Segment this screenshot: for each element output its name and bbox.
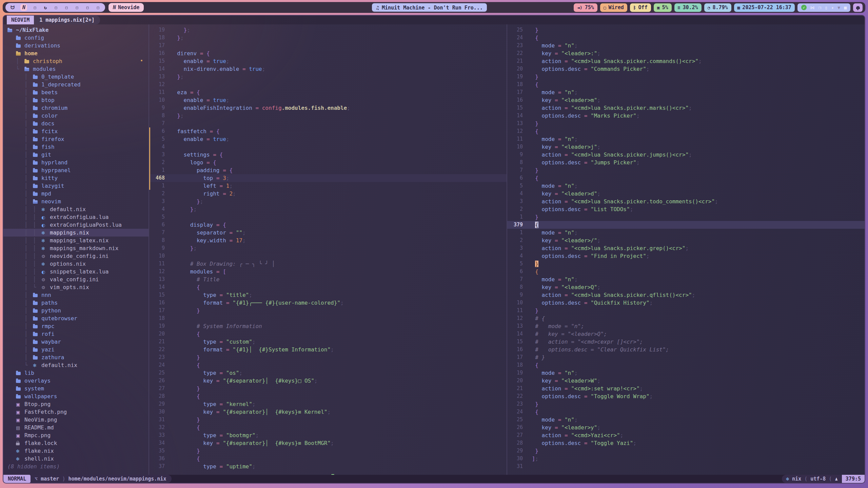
code-line[interactable]: 16 format = "{#1}╭─── {#}{user-name-colo… (149, 299, 507, 307)
code-line[interactable]: 15 # action = "<cmd>cexpr []<cr>"; (507, 338, 865, 346)
code-line[interactable]: 1 left = 1; (149, 182, 507, 190)
code-line[interactable]: 2 key = "<leader>/"; (507, 237, 865, 244)
tree-item[interactable]: ││⚙vale_config.ini (3, 276, 149, 283)
clock-indicator[interactable]: ▦2025-07-22 16:37 (734, 3, 795, 12)
code-line[interactable]: 29 type = "kernel"; (149, 400, 507, 408)
code-line[interactable]: 11 eza = { (149, 88, 507, 96)
tree-item[interactable]: │firefox (3, 135, 149, 143)
code-line[interactable]: 22 format = "{#1}│ {#}System Information… (149, 346, 507, 353)
code-line[interactable]: 31 } (149, 416, 507, 424)
code-line[interactable]: 4 (149, 143, 507, 151)
tree-item[interactable]: │beets (3, 88, 149, 96)
tree-item[interactable]: └modules (3, 65, 149, 73)
tree-item[interactable]: │git (3, 151, 149, 159)
code-line[interactable]: 24 { (507, 408, 865, 416)
code-line[interactable]: 21 action = "<cmd>:set wrap!<cr>"; (507, 385, 865, 392)
code-line[interactable]: 32 { (149, 424, 507, 431)
code-line[interactable]: 3 }; (149, 198, 507, 205)
code-line[interactable]: 22 options.desc = "Toggle Word Wrap"; (507, 392, 865, 400)
neovim-icon[interactable]: N (20, 4, 27, 11)
code-line[interactable]: 35 } (149, 447, 507, 455)
code-line[interactable]: 9 action = "<cmd>lua Snacks.picker.qflis… (507, 291, 865, 299)
code-line[interactable]: 19 # System Information (149, 322, 507, 330)
tree-item[interactable]: │hyprland (3, 159, 149, 166)
tree-item[interactable]: config (3, 34, 149, 42)
code-line[interactable]: 16 key = "<leader>m"; (507, 96, 865, 104)
empty-workspace-icon[interactable]: □ (74, 4, 80, 11)
tree-item[interactable]: │waybar (3, 338, 149, 346)
code-line[interactable]: 16 # options.desc = "Clear Quickfix List… (507, 346, 865, 353)
code-line[interactable]: 10 enable = true; (149, 96, 507, 104)
memory-indicator[interactable]: ≡30.2% (674, 3, 702, 12)
code-line[interactable]: 18 }; (149, 34, 507, 42)
code-line[interactable]: 31 (507, 463, 865, 470)
code-line[interactable]: 12 # { (507, 314, 865, 322)
code-line[interactable]: 1 padding = { (149, 166, 507, 174)
code-line[interactable]: 5 mode = "n"; (507, 182, 865, 190)
code-line[interactable]: 13 # mode = "n"; (507, 322, 865, 330)
code-line[interactable]: 379 { (507, 221, 865, 229)
code-line[interactable]: 13 } (507, 120, 865, 127)
tree-item[interactable]: ││✻default.nix (3, 205, 149, 213)
code-line[interactable]: 8 key = "<leader>Q"; (507, 283, 865, 291)
tree-item[interactable]: ││✻mappings.nix (3, 229, 149, 237)
code-line[interactable]: 9 }; (149, 244, 507, 252)
tree-item[interactable]: │paths (3, 299, 149, 307)
keyboard-icon[interactable]: ▦ (844, 5, 847, 10)
tree-item[interactable]: ││✻mappings_markdown.nix (3, 244, 149, 252)
network-indicator[interactable]: ▢Wired (600, 3, 627, 12)
code-line[interactable]: 20 options.desc = "Commands Picker"; (507, 65, 865, 73)
code-line[interactable]: 5 enable = true; (149, 135, 507, 143)
code-line[interactable]: 36 { (149, 455, 507, 463)
phone-icon[interactable]: ▯ (825, 5, 828, 10)
code-line[interactable]: 28 options.desc = "Toggle Yazi"; (507, 439, 865, 447)
tree-item[interactable]: │fcitx (3, 127, 149, 135)
code-line[interactable]: 9 action = "<cmd>lua Snacks.picker.jumps… (507, 151, 865, 159)
tree-item[interactable]: │yazi (3, 346, 149, 353)
tree-item[interactable]: wallpapers (3, 392, 149, 400)
tree-item[interactable]: │neovim (3, 198, 149, 205)
code-line[interactable]: 25 mode = "n"; (507, 416, 865, 424)
bluetooth-indicator[interactable]: ᛒOff (630, 3, 651, 12)
code-line[interactable]: 30 ]; (507, 455, 865, 463)
buffer-tab[interactable]: 1 mappings.nix[2+] (34, 16, 100, 24)
code-line[interactable]: 10 key = "<leader>j"; (507, 143, 865, 151)
tree-item[interactable]: ~/NixFlake (3, 26, 149, 34)
disk-indicator[interactable]: ◔8.79% (704, 3, 731, 12)
code-line[interactable]: 8 key.width = 17; (149, 237, 507, 244)
code-line[interactable]: 7 } (507, 166, 865, 174)
code-line[interactable]: 19 } (507, 73, 865, 81)
code-line[interactable]: 13 }; (149, 73, 507, 81)
tree-item[interactable]: home (3, 49, 149, 57)
code-line[interactable]: 34 key = "{#separator}│ {#keys}≡ BootMGR… (149, 439, 507, 447)
media-player-widget[interactable]: ♫ Minuit Machine - Don't Run Fro... (372, 3, 487, 12)
code-line[interactable]: 11 } (507, 307, 865, 314)
funnel-icon[interactable]: ▼ (837, 5, 840, 10)
code-line[interactable]: 27 } (149, 385, 507, 392)
tree-item[interactable]: │btop (3, 96, 149, 104)
tree-item[interactable]: │qutebrowser (3, 314, 149, 322)
code-line[interactable]: 6 { (507, 268, 865, 276)
code-line[interactable]: 29 } (507, 447, 865, 455)
tree-item[interactable]: ✻shell.nix (3, 455, 149, 463)
tree-item[interactable]: │rofi (3, 330, 149, 338)
code-line[interactable]: 30 key = "{#separator}│ {#keys}≡ Kernel"… (149, 408, 507, 416)
code-line[interactable]: 17 mode = "n"; (507, 88, 865, 96)
code-line[interactable]: 3 action = "<cmd>lua Snacks.picker.todo_… (507, 198, 865, 205)
empty-workspace-icon[interactable]: □ (64, 4, 69, 11)
tree-item[interactable]: │docs (3, 120, 149, 127)
code-line[interactable]: 14 { (149, 283, 507, 291)
code-line[interactable]: 21 action = "<cmd>lua Snacks.picker.comm… (507, 57, 865, 65)
code-line[interactable]: 12 { (507, 127, 865, 135)
tree-item[interactable]: │mpd (3, 190, 149, 198)
code-line[interactable]: 2 right = 2; (149, 190, 507, 198)
code-line[interactable]: 18 (149, 314, 507, 322)
tree-item[interactable]: flake.lock (3, 439, 149, 447)
code-line[interactable]: 23 } (507, 400, 865, 408)
tree-item[interactable]: ▤README.md (3, 424, 149, 431)
tree-item[interactable]: ▣Btop.png (3, 400, 149, 408)
tree-item[interactable]: │chromium (3, 104, 149, 112)
code-line[interactable]: 17 # } (507, 353, 865, 361)
tree-item[interactable]: ▣NeoVim.png (3, 416, 149, 424)
code-line[interactable]: 25 } (507, 26, 865, 34)
